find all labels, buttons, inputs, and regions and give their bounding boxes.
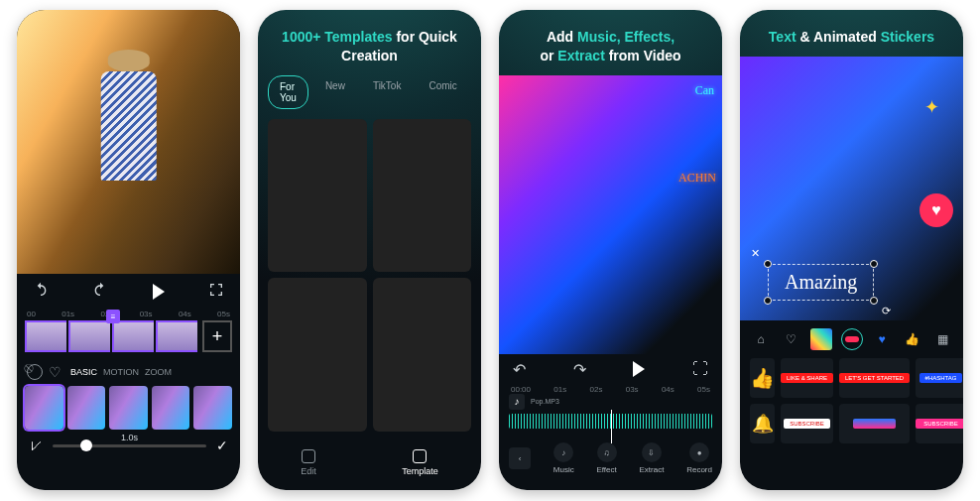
tab-motion[interactable]: MOTION [103,367,139,377]
resize-handle[interactable] [870,297,878,305]
tool-music[interactable]: ♪Music [553,442,574,474]
tab-tiktok[interactable]: TikTok [362,75,413,109]
bell-icon: 🔔 [752,413,774,435]
tab-zoom[interactable]: ZOOM [145,367,172,377]
template-icon [413,449,427,463]
effect-thumb[interactable] [109,386,148,430]
rotate-handle-icon[interactable]: ⟳ [882,305,891,317]
tab-favorite-icon[interactable]: ♡ [781,328,802,350]
template-category-tabs: For You New TikTok Comic Popular [258,75,481,109]
sticker-bell[interactable]: 🔔 [750,404,775,443]
redo-icon[interactable]: ↷ [573,360,586,379]
overlay-text: Amazing [785,271,857,293]
timeline-ruler: 0001s02s03s04s05s [17,310,240,320]
add-clip-button[interactable]: + [202,320,232,352]
resize-handle[interactable] [870,260,878,268]
edit-icon [302,449,315,463]
tab-stickers-icon[interactable] [841,328,863,350]
favorite-icon[interactable] [49,364,64,380]
sticker-like[interactable]: 👍 [750,358,775,398]
effect-thumb[interactable] [67,386,106,430]
timeline-ruler: 00:0001s02s03s04s05s [499,385,722,394]
video-preview[interactable]: Can ACHIN [499,75,722,354]
neon-text: Can [695,83,714,98]
effect-thumb[interactable] [152,386,190,430]
screenshot-stickers: Text & Animated Stickers ✦ ♥ ✕ ⟳ Amazing… [740,10,963,490]
delete-handle-icon[interactable]: ✕ [751,247,760,260]
text-overlay-selected[interactable]: ✕ ⟳ Amazing [768,264,874,301]
play-button[interactable] [633,361,645,377]
clip-tag-icon[interactable]: ≡ [106,310,120,323]
template-card[interactable] [373,119,472,273]
apply-all-icon[interactable]: ⩗ [29,438,43,453]
audio-waveform[interactable] [509,414,712,430]
music-note-icon[interactable]: ♪ [509,394,525,410]
resize-handle[interactable] [764,260,772,268]
tool-extract[interactable]: ⇩Extract [640,442,665,474]
thumb-up-icon: 👍 [750,366,775,390]
heart-sticker[interactable]: ♥ [919,193,953,227]
sticker-hashtag[interactable]: #HASHTAG [916,358,963,398]
playhead[interactable] [611,410,613,443]
screenshot-editor: 0001s02s03s04s05s ≡ + ⃠ BASIC MOTION ZOO… [17,10,240,490]
tab-grid-icon[interactable]: ▦ [931,328,953,350]
screenshot-templates: 1000+ Templates for Quick Creation For Y… [258,10,481,490]
video-preview[interactable]: ✦ ♥ ✕ ⟳ Amazing [740,57,963,320]
track-name: Pop.MP3 [531,398,559,405]
effect-thumb[interactable] [193,386,232,430]
nav-edit[interactable]: Edit [301,449,316,476]
effect-icon: ♫ [597,442,617,462]
preview-subject [63,50,193,261]
redo-icon[interactable] [92,282,108,302]
screenshot-music: Add Music, Effects, or Extract from Vide… [499,10,722,490]
tool-effect[interactable]: ♫Effect [596,442,616,474]
headline: Add Music, Effects, or Extract from Vide… [499,10,722,75]
tool-record[interactable]: ●Record [686,442,712,474]
headline: Text & Animated Stickers [740,10,963,57]
music-icon: ♪ [553,442,573,462]
speed-slider[interactable]: 1.0s [53,444,206,447]
template-card[interactable] [268,119,367,273]
tab-basic[interactable]: BASIC [70,367,97,377]
play-button[interactable] [153,284,165,300]
undo-icon[interactable]: ↶ [513,360,526,379]
headline: 1000+ Templates for Quick Creation [258,10,481,75]
tab-comic[interactable]: Comic [418,75,467,109]
sticker-item[interactable]: LIKE & SHARE [781,358,833,398]
tab-for-you[interactable]: For You [268,75,308,109]
confirm-icon[interactable]: ✓ [216,438,228,453]
effect-thumbnails [17,386,240,430]
star-sticker[interactable]: ✦ [924,96,939,118]
tab-store-icon[interactable]: ⌂ [750,328,772,350]
effect-thumb[interactable] [25,386,63,430]
tab-like-icon[interactable]: ♥ [871,328,893,350]
timeline-strip[interactable]: ≡ + [17,320,240,358]
video-preview[interactable] [17,10,240,274]
expand-icon[interactable]: ⛶ [692,360,708,378]
template-card[interactable] [373,278,472,432]
sticker-item[interactable]: LET'S GET STARTED [839,358,910,398]
extract-icon: ⇩ [642,442,662,462]
tab-new[interactable]: New [314,75,356,109]
template-card[interactable] [268,278,367,432]
speed-value: 1.0s [121,433,138,442]
neon-text: ACHIN [678,171,716,186]
tab-popular[interactable]: Popular [474,75,481,109]
none-icon[interactable]: ⃠ [27,364,43,380]
tab-color-icon[interactable] [810,328,832,350]
nav-template[interactable]: Template [402,449,438,476]
sticker-item[interactable] [839,404,910,443]
sticker-item[interactable]: SUBSCRIBE [916,404,963,443]
tab-thumb-icon[interactable]: 👍 [902,328,923,350]
record-icon: ● [689,442,709,462]
sticker-item[interactable]: SUBSCRIBE [781,404,833,443]
back-button[interactable]: ‹ [509,447,531,469]
undo-icon[interactable] [33,282,49,302]
resize-handle[interactable] [764,297,772,305]
expand-icon[interactable] [208,282,224,302]
